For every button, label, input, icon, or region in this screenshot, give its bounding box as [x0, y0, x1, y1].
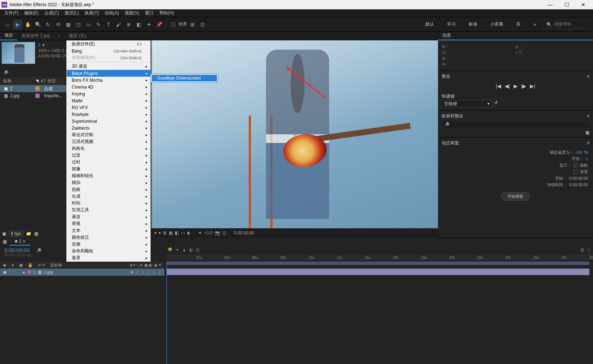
menu-animation[interactable]: 动画(A)	[102, 9, 122, 17]
timeline-layer-row[interactable]: ◉ ▸ 1 ▦ 2.jpg ⊕ ／ ｜ ｜ ｜ ｜	[0, 269, 164, 276]
panel-menu-icon[interactable]: ≡	[587, 74, 589, 79]
col-type[interactable]: 类型	[47, 78, 56, 84]
tl-icon-3[interactable]: ▲	[182, 247, 186, 252]
menu-view[interactable]: 视图(V)	[122, 9, 142, 17]
time-ruler[interactable]: 02s04s06s08s10s12s14s16s18s20s22s24s26s2…	[164, 254, 593, 261]
tab-effect-controls[interactable]: 效果控件 2.jpg	[17, 32, 54, 40]
background-checkbox[interactable]	[574, 170, 578, 174]
effect-menu-item[interactable]: 颜色校正▸	[67, 234, 150, 241]
play-button[interactable]: ▶	[514, 83, 518, 89]
tl-marker-icon[interactable]: ◇	[587, 247, 590, 252]
eraser-tool[interactable]: ◧	[134, 20, 143, 29]
panel-menu-icon[interactable]: ≡	[587, 140, 589, 145]
hand-tool[interactable]: ✋	[23, 20, 32, 29]
effect-menu-item[interactable]: 模拟▸	[67, 179, 150, 186]
effect-menu-item[interactable]: 遮罩▸	[67, 255, 150, 261]
effect-menu-item[interactable]: 音频▸	[67, 241, 150, 248]
close-button[interactable]: ✕	[575, 0, 592, 9]
folder-icon[interactable]: 📁	[26, 231, 31, 236]
effect-menu-item[interactable]: 模糊和锐化▸	[67, 172, 150, 179]
pen-tool[interactable]: ✎	[94, 20, 103, 29]
start-capture-button[interactable]: 开始捕捉	[501, 192, 530, 201]
first-frame-button[interactable]: |◀	[496, 83, 501, 89]
maximize-button[interactable]: ☐	[558, 0, 575, 9]
exposure-value[interactable]: +0.0	[204, 230, 213, 235]
effect-menu-item[interactable]: 文本▸	[67, 227, 150, 234]
effect-menu-item[interactable]: 过时▸	[67, 159, 150, 166]
workspace-small[interactable]: 小屏幕	[490, 21, 503, 27]
new-comp-icon[interactable]: ▦	[34, 231, 38, 236]
mask-icon[interactable]: ◧	[175, 230, 179, 235]
puppet-tool[interactable]: 📌	[154, 20, 164, 29]
effect-menu-item[interactable]: Matte▸	[67, 97, 150, 104]
effect-menu-item[interactable]: Cinema 4D▸	[67, 84, 150, 90]
menu-edit[interactable]: 编辑(E)	[21, 9, 41, 17]
new-bin-icon[interactable]: ▦	[585, 130, 589, 135]
timeline-tab-comp[interactable]: ■ 2 ≡	[10, 238, 30, 246]
interpret-icon[interactable]: ▣	[2, 231, 6, 236]
menu-file[interactable]: 文件(F)	[1, 9, 21, 17]
tl-icon-5[interactable]: ⊡	[196, 247, 199, 252]
menu-layer[interactable]: 图层(L)	[62, 9, 82, 17]
snap-option-2[interactable]: ⊡	[198, 20, 207, 29]
effect-menu-item[interactable]: 实用工具▸	[67, 207, 150, 214]
tab-info[interactable]: 信息	[438, 32, 593, 40]
workspace-learn[interactable]: 学习	[447, 21, 456, 27]
shape-tool[interactable]: ▭	[84, 20, 93, 29]
effects-search-input[interactable]: 🔎	[442, 121, 589, 129]
wireframe-checkbox[interactable]	[574, 163, 578, 167]
bpc-toggle[interactable]: 8 bpc	[9, 231, 23, 237]
tl-icon-2[interactable]: ✦	[176, 247, 179, 252]
current-timecode[interactable]: 0:00:00:00	[4, 247, 30, 253]
help-search-input[interactable]: 🔍 搜索帮助	[543, 20, 590, 29]
effect-menu-item[interactable]: 抠像▸	[67, 166, 150, 172]
effect-menu-item[interactable]: Zaebects▸	[67, 125, 150, 131]
layer-label-swatch[interactable]	[27, 270, 31, 274]
effect-menu-item[interactable]: 沉浸式视频▸	[67, 138, 150, 145]
effect-menu-item[interactable]: 生成▸	[67, 193, 150, 200]
effect-menu-item[interactable]: 扭曲▸	[67, 186, 150, 193]
col-tag-icon[interactable]: ◥	[35, 78, 39, 84]
work-area-bar[interactable]	[167, 261, 589, 265]
workspace-standard[interactable]: 标准	[469, 21, 477, 27]
effect-menu-item[interactable]: 表达式控制▸	[67, 131, 150, 138]
type-tool[interactable]: T	[104, 20, 113, 29]
effect-menu-item[interactable]: 全部移除(R)Ctrl+Shift+E	[67, 54, 150, 61]
viewer-canvas[interactable]	[151, 40, 438, 228]
workspace-library[interactable]: 库	[516, 21, 521, 27]
shortcut-select[interactable]: 空格键▾	[442, 100, 492, 107]
selection-tool[interactable]: ▶	[13, 20, 22, 29]
render-queue-icon[interactable]: ▦	[0, 239, 10, 244]
home-button[interactable]: ⌂	[3, 20, 12, 29]
effect-menu-item[interactable]: 通道▸	[67, 214, 150, 220]
camera-tool[interactable]: ▦	[63, 20, 73, 29]
effect-menu-item[interactable]: 风格化▸	[67, 145, 150, 152]
effect-menu-item[interactable]: 3D 通道▸	[67, 63, 150, 70]
zoom-tool[interactable]: 🔍	[33, 20, 43, 29]
next-frame-button[interactable]: |▶	[521, 83, 527, 89]
preview-timecode[interactable]: 0:00:00:00	[234, 230, 255, 235]
brush-tool[interactable]: 🖌	[114, 20, 123, 29]
snap-option-1[interactable]: ⊞	[188, 20, 197, 29]
effect-menu-item[interactable]: 杂色和颗粒▸	[67, 248, 150, 255]
source-name-col[interactable]: 源名称	[50, 262, 62, 268]
submenu-goodbye-greenscreen[interactable]: Goodbye Greenscreen	[152, 75, 217, 81]
tab-layer[interactable]: 图层 (无)	[65, 32, 90, 40]
menu-window[interactable]: 窗口	[142, 9, 156, 17]
col-label-icon[interactable]: 🏷	[41, 78, 45, 84]
effect-menu-item[interactable]: BangCtrl+Alt+Shift+E	[67, 48, 150, 54]
guides-icon[interactable]: ▦	[169, 230, 173, 235]
effect-menu-item[interactable]: Boris FX Mocha▸	[67, 77, 150, 84]
visibility-toggle[interactable]: ◉	[3, 270, 6, 275]
reset-icon[interactable]: ↺	[494, 100, 498, 107]
roto-tool[interactable]: ✦	[144, 20, 154, 29]
motion-title[interactable]: 动态草图	[442, 140, 459, 146]
resolution-dropdown[interactable]: ▾	[159, 230, 161, 235]
effects-title[interactable]: 效果和预设	[442, 113, 463, 119]
workspace-more-icon[interactable]: »	[534, 22, 536, 27]
comp-thumbnail[interactable]	[1, 42, 35, 64]
region-icon[interactable]: ▭	[181, 230, 185, 235]
menu-effect[interactable]: 效果(T)	[82, 9, 102, 17]
smooth-value[interactable]: 1	[586, 157, 588, 161]
effect-menu-item[interactable]: RG VFX▸	[67, 104, 150, 111]
